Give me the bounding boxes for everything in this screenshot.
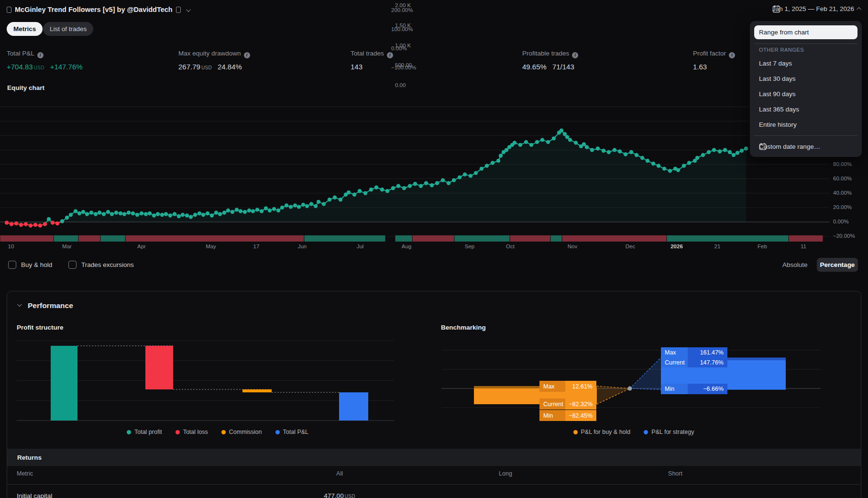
table-row-value: 477.00USD [324,492,355,498]
bench-y-tick-label: 200.00% [391,7,413,13]
volume-strip-segment [396,235,412,242]
volume-strip-segment [0,235,54,242]
equity-y-tick-label: 40.00% [833,190,852,196]
equity-x-tick-label: 21 [714,243,721,249]
waterfall-bar-total-loss [145,346,173,389]
buy-and-hold-checkbox[interactable] [8,261,16,269]
equity-y-tick-label: 80.00% [833,161,852,167]
equity-x-tick-label: Jul [357,243,364,249]
equity-x-tick-label: Dec [626,243,635,249]
trades-excursions-checkbox[interactable] [68,261,77,269]
volume-strip-segment [305,235,385,242]
origin-dot [628,387,632,391]
menu-section-label: OTHER RANGES [759,47,804,53]
equity-x-tick-label: Feb [758,243,767,249]
menu-item-range-from-chart[interactable]: Range from chart [754,25,857,39]
waterfall-bar-commission [242,389,272,392]
legend-item: Total loss [176,429,208,435]
table-header-metric: Metric [17,470,33,477]
strategy-current-chip: Current147.76% [661,357,727,367]
waterfall-bar-total-profit [51,346,77,421]
equity-x-tick-label: Sep [465,243,474,249]
legend-item: Total P&L [275,429,309,435]
legend-item: P&L for buy & hold [573,429,631,435]
menu-item-custom-date-range[interactable]: Custom date range… [754,139,857,154]
equity-x-tick-label: Oct [506,243,515,249]
returns-section-header: Returns [7,449,861,466]
buy-hold-max-chip: Max12.61% [539,381,596,392]
table-divider [7,484,861,485]
volume-strip-segment [789,235,823,242]
legend-item: Commission [221,429,262,435]
equity-y-tick-label: −20.00% [833,233,855,239]
menu-item-entire-history[interactable]: Entire history [754,117,857,132]
table-header-cell: Long [499,470,512,477]
volume-strip-segment [562,235,667,242]
benchmarking-legend: P&L for buy & holdP&L for strategy [440,429,827,435]
equity-y-tick-label: 20.00% [833,204,852,210]
equity-x-tick-label: Jun [298,243,307,249]
equity-x-tick-label: Apr [137,243,146,249]
menu-divider [754,135,857,136]
profit-structure-legend: Total profitTotal lossCommissionTotal P&… [14,429,421,435]
performance-section-title: Performance [28,301,73,310]
equity-x-tick-label: Nov [568,243,577,249]
volume-strip-segment [667,235,789,242]
volume-strip-segment [510,235,550,242]
volume-strip-segment [551,235,562,242]
strategy-tester-panel: McGinley Trend Followers [v5] by @Davidd… [0,0,868,498]
calendar-icon [759,143,767,150]
menu-item-last-7-days[interactable]: Last 7 days [754,56,857,70]
benchmarking-title: Benchmarking [441,324,486,331]
volume-strip-segment [413,235,454,242]
bench-y-tick-label: 0.00% [391,45,407,51]
menu-item-last-365-days[interactable]: Last 365 days [754,102,857,116]
volume-strip-segment [101,235,125,242]
equity-x-tick-label: Aug [402,243,411,249]
profit-y-tick-label: 0.00 [395,82,406,88]
menu-divider [754,44,857,44]
waterfall-bar-total-p-l [339,392,368,421]
profit-structure-title: Profit structure [17,324,64,331]
equity-x-tick-label: Mar [62,243,72,249]
equity-y-tick-label: 0.00% [833,219,849,224]
trades-excursions-label: Trades excursions [81,261,134,268]
equity-y-tick-label: 60.00% [833,176,852,181]
legend-item: P&L for strategy [644,429,694,435]
percentage-mode-button[interactable]: Percentage [817,258,858,272]
strategy-min-chip: Min−6.66% [661,384,727,394]
table-header-cell: All [336,470,343,477]
menu-item-last-30-days[interactable]: Last 30 days [754,71,857,86]
menu-item-last-90-days[interactable]: Last 90 days [754,87,857,101]
equity-x-tick-label: 10 [8,243,14,249]
volume-strip-segment [79,235,100,242]
legend-item: Total profit [127,429,162,435]
strategy-max-chip: Max161.47% [661,347,727,357]
table-row-metric: Initial capital [17,492,52,498]
buy-hold-current-chip: Current−82.32% [539,398,596,409]
buy-and-hold-label: Buy & hold [21,261,52,268]
absolute-mode-button[interactable]: Absolute [782,261,808,268]
bench-y-tick-label: −100.00% [391,65,416,70]
equity-x-tick-label: 11 [801,243,806,249]
equity-x-tick-label: 2026 [670,243,683,249]
returns-title: Returns [17,454,42,461]
volume-strip-segment [126,235,304,242]
volume-strip-segment [54,235,78,242]
date-range-menu: Range from chart OTHER RANGES Last 7 day… [750,21,862,157]
buy-hold-min-chip: Min−82.45% [539,410,596,421]
table-header-cell: Short [668,470,682,477]
equity-x-tick-label: 17 [253,243,260,249]
volume-strip-segment [455,235,510,242]
bench-y-tick-label: 100.00% [391,26,413,32]
equity-x-tick-label: May [206,243,216,249]
